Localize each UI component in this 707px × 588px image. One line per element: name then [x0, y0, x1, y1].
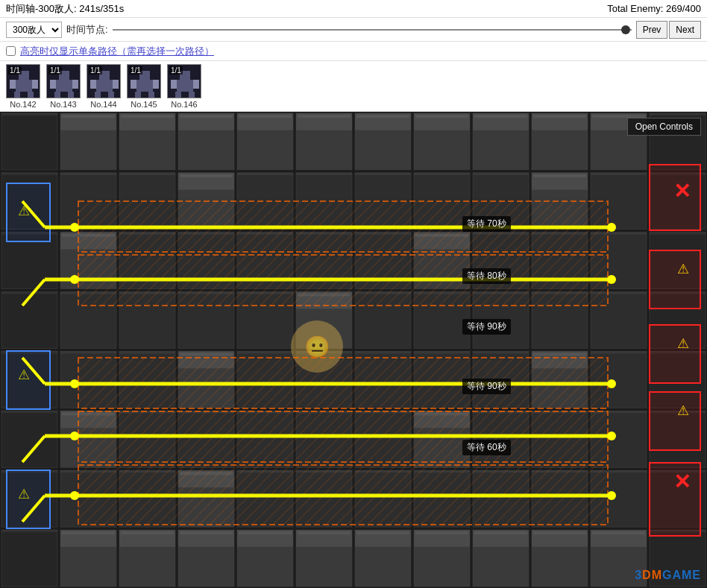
timeline-track — [113, 29, 632, 31]
enemy-x-bot: ✕ — [673, 470, 691, 494]
thumbnail-No.143[interactable]: 1/1No.143 — [46, 64, 81, 109]
thumbnail-label-No.142: No.142 — [10, 100, 36, 109]
thumbnail-No.142[interactable]: 1/1No.142 — [6, 64, 40, 109]
mascot: 😐 — [291, 320, 343, 373]
checkbox-bar: 高亮时仅显示单条路径（需再选择一次路径） — [0, 42, 707, 61]
open-controls-button[interactable]: Open Controls — [627, 118, 701, 136]
thumbnail-label-No.146: No.146 — [171, 100, 197, 109]
enemy-x-top: ✕ — [673, 179, 691, 203]
thumbnails-bar: 1/1No.1421/1No.1431/1No.1441/1No.1451/1N… — [0, 61, 707, 112]
thumbnail-No.146[interactable]: 1/1No.146 — [167, 64, 201, 109]
map-canvas — [0, 112, 707, 588]
nav-buttons: Prev Next — [636, 21, 701, 39]
watermark-3: 3 — [635, 569, 642, 581]
timeline-info: 时间轴-300敌人: 241s/351s — [6, 2, 124, 16]
highlight-label[interactable]: 高亮时仅显示单条路径（需再选择一次路径） — [20, 45, 214, 58]
wait-label-5: 等待 60秒 — [462, 440, 511, 455]
game-area: ⚠ ⚠ ⚠ ✕ ✕ ⚠ ⚠ ⚠ 等待 70秒 等待 80秒 等待 90秒 等待 … — [0, 112, 707, 588]
wait-label-2: 等待 80秒 — [462, 268, 511, 284]
thumbnail-label-No.145: No.145 — [131, 100, 157, 109]
watermark: 3DMGAME — [635, 569, 701, 582]
thumbnail-No.144[interactable]: 1/1No.144 — [87, 64, 121, 109]
thumbnail-label-No.143: No.143 — [50, 100, 76, 109]
controls-bar: 300敌人 时间节点: Prev Next — [0, 18, 707, 42]
warn-triangle-1: ⚠ — [18, 203, 34, 219]
top-bar: 时间轴-300敌人: 241s/351s Total Enemy: 269/40… — [0, 0, 707, 18]
thumbnail-label-No.144: No.144 — [90, 100, 116, 109]
thumbnail-No.145[interactable]: 1/1No.145 — [127, 64, 161, 109]
wait-label-1: 等待 70秒 — [462, 216, 511, 232]
watermark-game: GAME — [662, 569, 701, 581]
total-enemy-info: Total Enemy: 269/400 — [607, 3, 701, 14]
wait-label-3: 等待 90秒 — [462, 319, 511, 335]
wait-label-4: 等待 90秒 — [462, 379, 511, 394]
watermark-dm: DM — [642, 569, 662, 581]
highlight-checkbox[interactable] — [6, 46, 16, 56]
enemy-count-select[interactable]: 300敌人 — [6, 22, 62, 38]
prev-button[interactable]: Prev — [636, 21, 668, 39]
warn-red-3: ⚠ — [677, 402, 689, 419]
timeline-thumb[interactable] — [621, 25, 630, 34]
warn-red-2: ⚠ — [677, 335, 689, 352]
red-zone-mid1 — [649, 250, 701, 309]
timeline-slider[interactable] — [113, 22, 632, 38]
red-zone-mid3 — [649, 391, 701, 451]
warn-triangle-2: ⚠ — [18, 367, 34, 383]
red-zone-mid2 — [649, 324, 701, 384]
time-node-label: 时间节点: — [66, 23, 108, 37]
warn-red-1: ⚠ — [677, 261, 689, 277]
next-button[interactable]: Next — [669, 21, 701, 39]
warn-triangle-3: ⚠ — [18, 486, 34, 502]
